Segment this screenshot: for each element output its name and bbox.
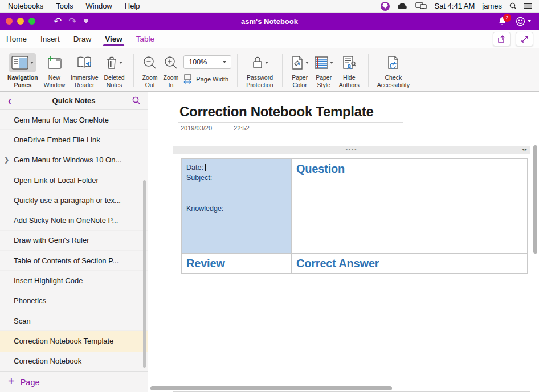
navigation-panes-button[interactable]: Navigation Panes (7, 53, 38, 88)
zoom-controls-column: 100% Page Width (183, 53, 231, 84)
page-item[interactable]: Correction Notebook (0, 352, 148, 371)
tab-view[interactable]: View (104, 31, 123, 47)
page-date[interactable]: 2019/03/20 (181, 125, 212, 132)
traffic-lights (6, 18, 35, 24)
cell-date-subject-knowledge[interactable]: Date: Subject: Knowledge: (182, 159, 292, 254)
onedrive-cloud-icon[interactable] (397, 3, 408, 10)
page-item-selected[interactable]: Correction Notebook Template (0, 331, 148, 351)
page-time[interactable]: 22:52 (234, 125, 250, 132)
page-item-label: Quickly use a paragraph or tex... (14, 196, 121, 205)
page-item-label: Scan (14, 317, 31, 325)
new-window-label: New Window (44, 74, 65, 88)
menu-tools[interactable]: Tools (56, 2, 80, 10)
resize-arrows-icon[interactable]: ◂▸ (522, 147, 528, 152)
redo-icon[interactable]: ↷ (68, 15, 76, 27)
add-page-button[interactable]: Page (21, 378, 40, 387)
password-lock-icon (252, 56, 263, 70)
knowledge-field-label: Knowledge: (186, 203, 287, 214)
page-item[interactable]: Insert Highlight Code (0, 271, 148, 291)
tab-home[interactable]: Home (6, 31, 27, 47)
tab-table[interactable]: Table (136, 31, 155, 47)
sidebar-scrollbar[interactable] (143, 180, 146, 368)
cell-correct-answer[interactable]: Correct Answer (292, 254, 528, 274)
search-icon[interactable] (132, 96, 141, 105)
menu-bar-user[interactable]: james (482, 2, 502, 10)
review-heading: Review (186, 257, 287, 270)
check-accessibility-icon (387, 56, 399, 70)
page-item[interactable]: Phonetics (0, 291, 148, 311)
close-window-button[interactable] (6, 18, 13, 24)
note-drag-bar[interactable]: •••• ◂▸ (173, 146, 530, 154)
zoom-in-button[interactable]: Zoom In (164, 53, 179, 88)
paper-style-icon (315, 56, 328, 70)
macos-menu-bar: Notebooks Tools Window Help Sat 4:41 AM … (0, 0, 539, 13)
undo-icon[interactable]: ↶ (54, 15, 62, 27)
zoom-level-value: 100% (189, 58, 207, 66)
zoom-out-button[interactable]: Zoom Out (142, 53, 158, 88)
page-item[interactable]: Scan (0, 311, 148, 331)
expand-chevron-icon[interactable]: ❯ (4, 156, 9, 164)
app-menus: Notebooks Tools Window Help (8, 2, 153, 10)
page-item[interactable]: Gem Menu for Mac OneNote (0, 110, 148, 130)
paper-color-button[interactable]: Paper Color (291, 53, 309, 88)
spotlight-search-icon[interactable] (509, 2, 517, 10)
page-item[interactable]: Draw with Gem's Ruler (0, 231, 148, 251)
note-container: •••• ◂▸ Date: Subject: Knowledge: Questi… (173, 146, 530, 392)
displays-icon[interactable] (415, 2, 427, 10)
group-separator (133, 54, 134, 87)
gem-menu-icon[interactable] (381, 2, 390, 11)
password-protection-button[interactable]: Password Protection (246, 53, 273, 88)
page-item-label: OneDrive Embed File Link (14, 136, 100, 144)
feedback-smiley-icon[interactable] (516, 17, 531, 26)
notification-center-icon[interactable] (524, 3, 532, 9)
tab-draw[interactable]: Draw (73, 31, 92, 47)
check-accessibility-button[interactable]: Check Accessibility (377, 53, 410, 88)
menu-help[interactable]: Help (125, 2, 147, 10)
new-window-button[interactable]: New Window (44, 53, 65, 88)
content-horizontal-scrollbar[interactable] (150, 386, 392, 390)
drag-handle-dots-icon: •••• (173, 147, 530, 153)
fullscreen-expand-button[interactable] (516, 32, 533, 46)
minimize-window-button[interactable] (17, 18, 24, 24)
back-chevron-icon[interactable]: ‹ (8, 94, 11, 108)
notification-badge: 2 (503, 14, 511, 22)
menu-bar-clock[interactable]: Sat 4:41 AM (434, 2, 475, 10)
notifications-bell-icon[interactable]: 2 (498, 17, 507, 26)
page-item-label: Insert Highlight Code (14, 276, 83, 285)
cell-review[interactable]: Review (182, 254, 292, 274)
tab-insert[interactable]: Insert (40, 31, 60, 47)
page-item-label: Correction Notebook Template (14, 337, 113, 345)
plus-icon: + (8, 375, 15, 388)
immersive-reader-button[interactable]: Immersive Reader (71, 53, 98, 88)
chevron-down-icon (330, 62, 333, 64)
deleted-notes-button[interactable]: Deleted Notes (104, 53, 124, 88)
group-separator (282, 54, 283, 87)
share-button[interactable] (493, 32, 511, 46)
zoom-level-select[interactable]: 100% (183, 55, 231, 69)
corner-buttons (493, 32, 533, 46)
history-buttons: ↶ ↷ (54, 15, 88, 27)
page-item[interactable]: Add Sticky Note in OneNote P... (0, 210, 148, 230)
page-item[interactable]: Table of Contents of Section P... (0, 251, 148, 271)
customize-toolbar-icon[interactable] (84, 19, 88, 23)
accessibility-group: Check Accessibility (374, 53, 413, 88)
cell-question[interactable]: Question (292, 159, 528, 254)
hide-authors-button[interactable]: Hide Authors (339, 53, 360, 88)
group-separator (237, 54, 238, 87)
content-vertical-scrollbar[interactable] (533, 145, 537, 254)
zoom-window-button[interactable] (28, 18, 35, 24)
page-item[interactable]: OneDrive Embed File Link (0, 130, 148, 150)
zoom-in-label: Zoom In (164, 74, 179, 88)
page-item[interactable]: Quickly use a paragraph or tex... (0, 190, 148, 210)
page-title[interactable]: Correction Notebook Template (179, 104, 374, 120)
menu-window[interactable]: Window (86, 2, 119, 10)
zoom-out-icon (143, 56, 157, 70)
subject-field-label: Subject: (186, 173, 287, 183)
paper-style-button[interactable]: Paper Style (315, 53, 333, 88)
page-item[interactable]: Open Link of Local Folder (0, 170, 148, 190)
immersive-reader-label: Immersive Reader (71, 74, 98, 88)
page-item-label: Correction Notebook (14, 357, 81, 365)
page-item[interactable]: ❯Gem Menu for Windows 10 On... (0, 150, 148, 170)
menu-notebooks[interactable]: Notebooks (8, 2, 50, 10)
page-width-button[interactable]: Page Width (183, 74, 231, 84)
